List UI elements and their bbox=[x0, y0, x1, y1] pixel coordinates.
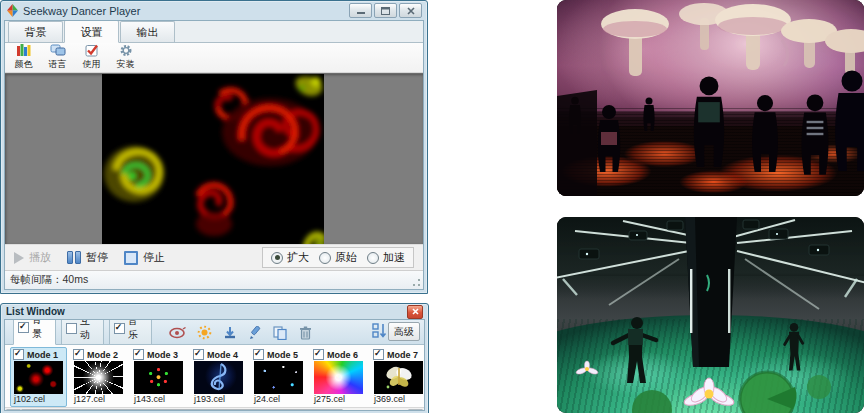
mode-filename: j24.cel bbox=[253, 394, 304, 405]
mode-thumbnail bbox=[254, 361, 303, 394]
stop-label: 停止 bbox=[143, 250, 165, 265]
pause-button[interactable]: 暂停 bbox=[67, 250, 108, 265]
photo-mushroom-led-floor bbox=[557, 0, 864, 196]
list-tab-interactive[interactable]: 互动 bbox=[61, 319, 104, 344]
mode-checkbox[interactable] bbox=[313, 349, 324, 360]
scroll-right-button[interactable] bbox=[408, 409, 423, 411]
mode-item-2[interactable]: Mode 2 j127.cel bbox=[70, 347, 127, 407]
color-label: 颜色 bbox=[15, 58, 33, 71]
list-close-button[interactable] bbox=[407, 305, 423, 319]
mode-filename: j143.cel bbox=[133, 394, 184, 405]
photo1-people-silhouettes bbox=[557, 0, 864, 196]
mode-thumbnail bbox=[134, 361, 183, 394]
close-icon bbox=[407, 7, 415, 15]
gear-icon bbox=[119, 44, 133, 57]
language-label: 语言 bbox=[49, 58, 67, 71]
mode-label: Mode 6 bbox=[327, 350, 358, 360]
brightness-sun-icon[interactable] bbox=[197, 325, 212, 340]
mode-checkbox[interactable] bbox=[373, 349, 384, 360]
player-titlebar[interactable]: Seekway Dancer Player bbox=[4, 1, 424, 20]
mode-filename: j127.cel bbox=[73, 394, 124, 405]
mode-label: Mode 7 bbox=[387, 350, 418, 360]
list-tab-background[interactable]: 背景 bbox=[13, 319, 56, 345]
list-window: List Window 背景 互动 音乐 bbox=[0, 303, 429, 413]
mode-thumbnail bbox=[374, 361, 423, 394]
play-label: 播放 bbox=[29, 250, 51, 265]
player-toolbar: 颜色 语言 使用 bbox=[5, 43, 423, 73]
mode-checkbox[interactable] bbox=[193, 349, 204, 360]
radio-dot bbox=[271, 252, 283, 264]
mode-item-5[interactable]: Mode 5 j24.cel bbox=[250, 347, 307, 407]
radio-enlarge[interactable]: 扩大 bbox=[271, 250, 309, 265]
led-swirl-graphics bbox=[102, 74, 324, 244]
radio-dot bbox=[367, 252, 379, 264]
checkbox-check-icon bbox=[85, 44, 99, 57]
minimize-button[interactable] bbox=[349, 3, 372, 18]
mode-label: Mode 1 bbox=[27, 350, 58, 360]
mode-label: Mode 4 bbox=[207, 350, 238, 360]
mode-label: Mode 3 bbox=[147, 350, 178, 360]
tab-background[interactable]: 背景 bbox=[8, 21, 63, 42]
transport-bar: 播放 暂停 停止 扩大 原始 bbox=[5, 244, 423, 270]
mode-checkbox[interactable] bbox=[253, 349, 264, 360]
play-button[interactable]: 播放 bbox=[14, 250, 51, 265]
horizontal-scrollbar[interactable] bbox=[5, 407, 424, 410]
tab-output[interactable]: 输出 bbox=[120, 21, 175, 42]
use-button[interactable]: 使用 bbox=[78, 44, 105, 71]
palette-icon bbox=[16, 44, 31, 57]
close-icon bbox=[412, 308, 419, 315]
mode-label: Mode 2 bbox=[87, 350, 118, 360]
close-button[interactable] bbox=[399, 3, 422, 18]
list-tabbar: 背景 互动 音乐 bbox=[5, 320, 424, 345]
minimize-icon bbox=[357, 7, 365, 14]
scroll-left-button[interactable] bbox=[6, 409, 21, 411]
install-button[interactable]: 安装 bbox=[112, 44, 139, 71]
list-titlebar[interactable]: List Window bbox=[4, 304, 425, 319]
copy-icon[interactable] bbox=[273, 326, 288, 340]
tab-checkbox[interactable] bbox=[18, 322, 29, 333]
mode-item-6[interactable]: Mode 6 j275.cel bbox=[310, 347, 367, 407]
frame-interval-status: 每帧间隔：40ms bbox=[10, 273, 88, 287]
mode-item-3[interactable]: Mode 3 j143.cel bbox=[130, 347, 187, 407]
language-button[interactable]: 语言 bbox=[44, 44, 71, 71]
maximize-button[interactable] bbox=[374, 3, 397, 18]
use-label: 使用 bbox=[83, 58, 101, 71]
resize-grip[interactable] bbox=[411, 277, 422, 288]
stop-icon bbox=[124, 251, 138, 265]
mode-checkbox[interactable] bbox=[13, 349, 24, 360]
stop-button[interactable]: 停止 bbox=[124, 250, 165, 265]
mode-thumbnail bbox=[14, 361, 63, 394]
maximize-icon bbox=[381, 7, 390, 15]
mode-checkbox[interactable] bbox=[133, 349, 144, 360]
view-options-group: 扩大 原始 加速 bbox=[262, 247, 414, 268]
install-label: 安装 bbox=[117, 58, 135, 71]
tab-settings[interactable]: 设置 bbox=[64, 20, 119, 43]
player-tabbar: 背景 设置 输出 bbox=[5, 21, 423, 43]
list-window-title: List Window bbox=[6, 306, 65, 317]
player-window-title: Seekway Dancer Player bbox=[23, 5, 140, 17]
mode-item-4[interactable]: Mode 4 j193.cel bbox=[190, 347, 247, 407]
delete-trash-icon[interactable] bbox=[299, 326, 312, 340]
butterfly-graphic bbox=[374, 361, 423, 394]
radio-accelerate[interactable]: 加速 bbox=[367, 250, 405, 265]
mode-thumbnail bbox=[194, 361, 243, 394]
radio-original[interactable]: 原始 bbox=[319, 250, 357, 265]
player-window: Seekway Dancer Player 背景 设置 输出 颜色 bbox=[0, 0, 428, 294]
play-icon bbox=[14, 252, 24, 264]
mode-item-7[interactable]: Mode 7 j369.cel bbox=[370, 347, 425, 407]
import-download-icon[interactable] bbox=[223, 326, 237, 340]
list-tab-music[interactable]: 音乐 bbox=[109, 319, 152, 344]
mode-thumbnail bbox=[314, 361, 363, 394]
mode-filename: j193.cel bbox=[193, 394, 244, 405]
arrange-sort-icon[interactable] bbox=[372, 323, 388, 338]
mode-item-1[interactable]: Mode 1 j102.cel bbox=[10, 347, 67, 407]
color-button[interactable]: 颜色 bbox=[10, 44, 37, 71]
edit-pen-icon[interactable] bbox=[248, 326, 262, 340]
tab-checkbox[interactable] bbox=[66, 323, 77, 334]
scrollbar-thumb[interactable] bbox=[21, 409, 343, 411]
preview-eye-icon[interactable] bbox=[169, 327, 186, 339]
mode-checkbox[interactable] bbox=[73, 349, 84, 360]
tab-checkbox[interactable] bbox=[114, 323, 125, 334]
mode-filename: j369.cel bbox=[373, 394, 424, 405]
advanced-button[interactable]: 高级 bbox=[388, 322, 420, 341]
